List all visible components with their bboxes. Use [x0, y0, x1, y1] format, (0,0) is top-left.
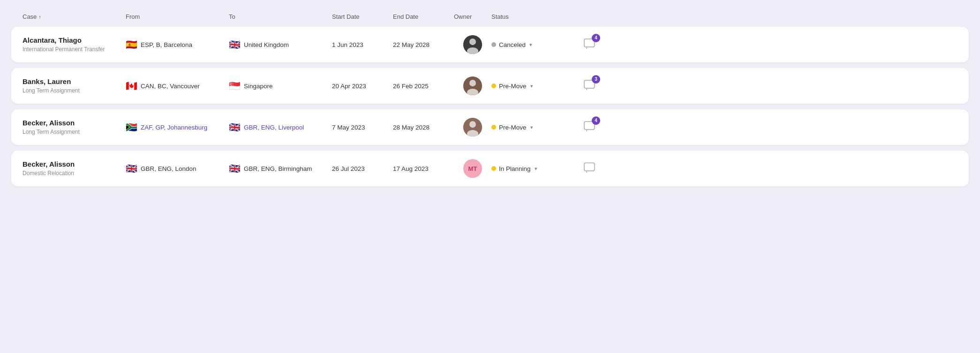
to-cell: 🇬🇧 United Kingdom: [229, 40, 332, 49]
case-type: Domestic Relocation: [23, 170, 126, 177]
owner-cell: MT: [454, 159, 491, 178]
to-flag: 🇬🇧: [229, 164, 241, 173]
chat-icon-button[interactable]: 4: [583, 38, 596, 52]
case-type: Long Term Assignment: [23, 87, 126, 95]
svg-point-9: [469, 121, 476, 128]
chat-cell[interactable]: 3: [576, 79, 604, 93]
chat-badge: 4: [592, 116, 600, 125]
from-flag: 🇨🇦: [126, 81, 137, 91]
chat-cell[interactable]: 4: [576, 120, 604, 135]
avatar: MT: [463, 159, 482, 178]
chat-icon-button[interactable]: 3: [583, 79, 596, 93]
end-date-cell: 26 Feb 2025: [393, 83, 454, 90]
status-caret-icon: ▾: [529, 42, 532, 48]
start-date-cell: 1 Jun 2023: [332, 41, 393, 48]
avatar: [463, 77, 482, 95]
header-from: From: [126, 13, 229, 20]
to-location: GBR, ENG, Birmingham: [244, 165, 312, 172]
to-flag: 🇬🇧: [229, 40, 241, 49]
status-cell[interactable]: Pre-Move ▾: [491, 124, 576, 131]
from-location: CAN, BC, Vancouver: [141, 83, 200, 90]
to-location[interactable]: GBR, ENG, Liverpool: [244, 124, 304, 131]
avatar: [463, 35, 482, 54]
start-date-cell: 26 Jul 2023: [332, 165, 393, 172]
to-cell: 🇸🇬 Singapore: [229, 81, 332, 91]
sort-arrow-case: ↑: [38, 14, 41, 20]
avatar: [463, 118, 482, 137]
from-flag: 🇬🇧: [126, 164, 137, 173]
from-location[interactable]: ZAF, GP, Johannesburg: [141, 124, 207, 131]
start-date-cell: 7 May 2023: [332, 124, 393, 131]
chat-bubble-icon: [583, 161, 596, 175]
from-cell: 🇬🇧 GBR, ENG, London: [126, 164, 229, 173]
from-cell: 🇪🇸 ESP, B, Barcelona: [126, 40, 229, 49]
svg-rect-12: [584, 163, 595, 171]
chat-icon-button[interactable]: 4: [583, 120, 596, 135]
svg-point-5: [469, 80, 476, 86]
status-dot: [491, 42, 496, 47]
from-flag: 🇿🇦: [126, 123, 137, 132]
chat-badge: 4: [592, 34, 600, 42]
from-location: GBR, ENG, London: [141, 165, 196, 172]
header-owner: Owner: [454, 13, 491, 20]
status-dot: [491, 84, 496, 88]
from-cell: 🇿🇦 ZAF, GP, Johannesburg: [126, 123, 229, 132]
to-location: United Kingdom: [244, 41, 289, 48]
to-cell: 🇬🇧 GBR, ENG, Birmingham: [229, 164, 332, 173]
case-name[interactable]: Banks, Lauren: [23, 77, 126, 86]
status-cell[interactable]: Pre-Move ▾: [491, 83, 576, 90]
chat-cell[interactable]: [576, 161, 604, 176]
svg-point-1: [469, 38, 476, 45]
case-cell: Banks, Lauren Long Term Assignment: [23, 77, 126, 95]
end-date-cell: 22 May 2028: [393, 41, 454, 48]
status-dot: [491, 125, 496, 130]
status-label: Canceled: [499, 41, 526, 48]
status-dot: [491, 166, 496, 171]
case-name[interactable]: Becker, Alisson: [23, 118, 126, 128]
owner-cell: [454, 118, 491, 137]
header-chat: [576, 13, 604, 20]
table-row: Alcantara, Thiago International Permanen…: [11, 27, 969, 62]
end-date-cell: 28 May 2028: [393, 124, 454, 131]
status-label: Pre-Move: [499, 124, 527, 131]
from-location: ESP, B, Barcelona: [141, 41, 192, 48]
status-label: Pre-Move: [499, 83, 527, 90]
end-date-cell: 17 Aug 2023: [393, 165, 454, 172]
case-name[interactable]: Alcantara, Thiago: [23, 36, 126, 45]
to-location: Singapore: [244, 83, 273, 90]
owner-cell: [454, 77, 491, 95]
chat-badge: 3: [592, 75, 600, 84]
header-to: To: [229, 13, 332, 20]
status-caret-icon: ▾: [530, 83, 533, 89]
case-type: Long Term Assignment: [23, 129, 126, 136]
status-caret-icon: ▾: [535, 166, 537, 172]
header-status: Status: [491, 13, 576, 20]
case-cell: Becker, Alisson Domestic Relocation: [23, 160, 126, 177]
to-flag: 🇸🇬: [229, 81, 241, 91]
from-flag: 🇪🇸: [126, 40, 137, 49]
case-cell: Alcantara, Thiago International Permanen…: [23, 36, 126, 54]
header-case[interactable]: Case ↑: [23, 13, 126, 20]
status-cell[interactable]: Canceled ▾: [491, 41, 576, 48]
table-header: Case ↑ From To Start Date End Date Owner…: [11, 9, 969, 24]
status-caret-icon: ▾: [530, 124, 533, 130]
case-type: International Permanent Transfer: [23, 46, 126, 54]
case-cell: Becker, Alisson Long Term Assignment: [23, 118, 126, 136]
chat-cell[interactable]: 4: [576, 38, 604, 52]
case-name[interactable]: Becker, Alisson: [23, 160, 126, 169]
from-cell: 🇨🇦 CAN, BC, Vancouver: [126, 81, 229, 91]
status-label: In Planning: [499, 165, 531, 172]
status-cell[interactable]: In Planning ▾: [491, 165, 576, 172]
header-start-date: Start Date: [332, 13, 393, 20]
start-date-cell: 20 Apr 2023: [332, 83, 393, 90]
to-cell: 🇬🇧 GBR, ENG, Liverpool: [229, 123, 332, 132]
table-row: Becker, Alisson Domestic Relocation 🇬🇧 G…: [11, 151, 969, 186]
header-end-date: End Date: [393, 13, 454, 20]
table-row: Banks, Lauren Long Term Assignment 🇨🇦 CA…: [11, 68, 969, 104]
table-row: Becker, Alisson Long Term Assignment 🇿🇦 …: [11, 109, 969, 145]
owner-cell: [454, 35, 491, 54]
table-body: Alcantara, Thiago International Permanen…: [11, 27, 969, 186]
chat-icon-button[interactable]: [583, 161, 596, 176]
to-flag: 🇬🇧: [229, 123, 241, 132]
